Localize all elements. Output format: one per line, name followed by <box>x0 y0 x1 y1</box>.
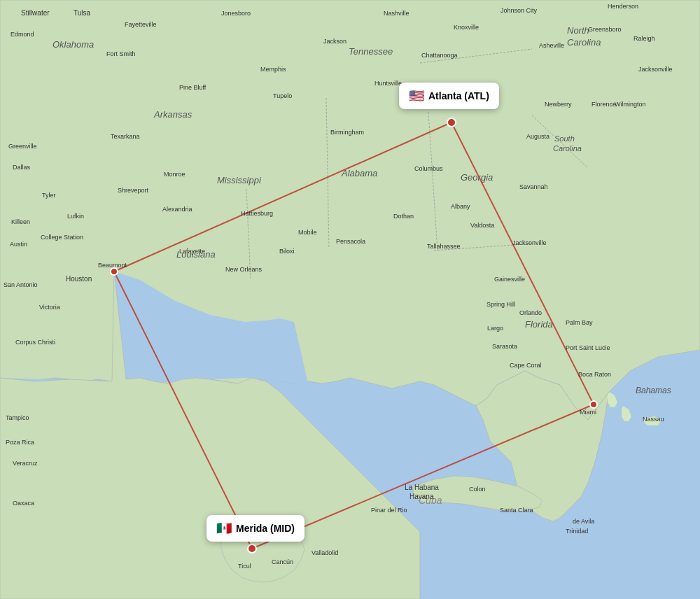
svg-text:Biloxi: Biloxi <box>279 248 295 255</box>
svg-text:Austin: Austin <box>10 241 27 248</box>
svg-text:Huntsville: Huntsville <box>374 80 402 87</box>
svg-text:Corpus Christi: Corpus Christi <box>15 339 55 346</box>
svg-text:Veracruz: Veracruz <box>13 460 38 467</box>
svg-text:Orlando: Orlando <box>519 309 542 316</box>
svg-text:Pensacola: Pensacola <box>336 238 365 245</box>
svg-text:Johnson City: Johnson City <box>500 7 538 14</box>
svg-text:Poza Rica: Poza Rica <box>6 439 34 446</box>
svg-text:Dothan: Dothan <box>393 213 414 220</box>
svg-text:Valladolid: Valladolid <box>312 549 338 556</box>
svg-text:Cancún: Cancún <box>272 558 293 565</box>
mx-flag-icon: 🇲🇽 <box>216 521 232 536</box>
svg-text:Tallahassee: Tallahassee <box>427 243 461 250</box>
svg-text:Jonesboro: Jonesboro <box>221 10 251 17</box>
svg-text:College Station: College Station <box>41 234 83 241</box>
svg-text:Columbus: Columbus <box>414 165 443 172</box>
svg-text:de Avila: de Avila <box>573 518 594 525</box>
svg-text:Tyler: Tyler <box>42 192 56 199</box>
svg-text:Spring Hill: Spring Hill <box>486 301 515 308</box>
svg-text:Oaxaca: Oaxaca <box>13 500 34 507</box>
svg-text:Arkansas: Arkansas <box>153 109 192 120</box>
svg-text:Pine Bluff: Pine Bluff <box>179 84 206 91</box>
svg-text:Tampico: Tampico <box>6 414 29 421</box>
svg-text:Beaumont: Beaumont <box>98 262 127 269</box>
atl-airport-name: Atlanta (ATL) <box>428 90 489 101</box>
svg-text:Valdosta: Valdosta <box>470 222 494 229</box>
svg-text:Nassau: Nassau <box>643 416 664 423</box>
svg-text:North: North <box>567 25 589 36</box>
svg-text:Fayetteville: Fayetteville <box>125 21 157 28</box>
svg-text:Mississippi: Mississippi <box>217 175 262 185</box>
svg-text:Stillwater: Stillwater <box>21 9 50 17</box>
svg-text:Largo: Largo <box>487 325 503 332</box>
svg-text:Raleigh: Raleigh <box>634 35 655 42</box>
svg-text:Knoxville: Knoxville <box>454 24 479 31</box>
svg-text:Albany: Albany <box>451 203 470 210</box>
svg-text:Ticul: Ticul <box>238 563 251 570</box>
svg-text:Boca Raton: Boca Raton <box>578 371 611 378</box>
svg-text:Mobile: Mobile <box>298 229 317 236</box>
svg-text:Tulsa: Tulsa <box>74 9 91 17</box>
svg-text:Shreveport: Shreveport <box>118 187 149 194</box>
svg-text:Nashville: Nashville <box>384 10 410 17</box>
svg-text:Gainesville: Gainesville <box>494 276 525 283</box>
svg-text:Asheville: Asheville <box>539 42 564 49</box>
svg-text:Houston: Houston <box>66 275 92 283</box>
svg-text:Miami: Miami <box>580 409 596 416</box>
svg-text:Cape Coral: Cape Coral <box>510 362 542 369</box>
svg-text:Carolina: Carolina <box>567 37 601 48</box>
svg-text:Greenville: Greenville <box>8 143 37 150</box>
svg-point-14 <box>248 544 256 553</box>
svg-text:Jackson: Jackson <box>323 38 346 45</box>
svg-text:Chattanooga: Chattanooga <box>421 52 458 59</box>
svg-text:Alexandria: Alexandria <box>162 206 192 213</box>
svg-text:Florida: Florida <box>525 319 553 330</box>
svg-text:Savannah: Savannah <box>519 183 548 190</box>
svg-text:Palm Bay: Palm Bay <box>566 319 593 326</box>
map-svg: Oklahoma Arkansas Tennessee North Caroli… <box>0 0 700 599</box>
svg-text:Edmond: Edmond <box>10 31 34 38</box>
svg-text:Sarasota: Sarasota <box>492 343 517 350</box>
svg-text:La Habana: La Habana <box>405 484 439 491</box>
svg-text:Trinidad: Trinidad <box>566 528 588 535</box>
svg-text:Colon: Colon <box>469 486 486 493</box>
svg-text:Wilmington: Wilmington <box>615 101 646 108</box>
svg-point-12 <box>111 268 118 275</box>
svg-text:Oklahoma: Oklahoma <box>52 39 94 50</box>
svg-text:Newberry: Newberry <box>545 101 572 108</box>
mid-airport-label[interactable]: 🇲🇽 Merida (MID) <box>206 515 304 542</box>
svg-text:Lafayette: Lafayette <box>179 248 205 255</box>
svg-text:Georgia: Georgia <box>461 172 493 183</box>
svg-text:New Orleans: New Orleans <box>225 266 262 273</box>
atl-airport-label[interactable]: 🇺🇸 Atlanta (ATL) <box>399 83 499 109</box>
svg-text:South: South <box>554 134 575 143</box>
svg-text:Havana: Havana <box>410 493 434 500</box>
map-container: Oklahoma Arkansas Tennessee North Caroli… <box>0 0 700 599</box>
mid-airport-name: Merida (MID) <box>236 523 295 534</box>
svg-text:Birmingham: Birmingham <box>330 129 364 136</box>
svg-text:Killeen: Killeen <box>11 218 30 225</box>
svg-text:Fort Smith: Fort Smith <box>106 50 136 57</box>
us-flag-icon: 🇺🇸 <box>409 88 424 104</box>
svg-text:Pinar del Rio: Pinar del Rio <box>371 507 407 514</box>
svg-text:Henderson: Henderson <box>608 3 638 10</box>
svg-text:Tennessee: Tennessee <box>349 46 393 57</box>
svg-text:Memphis: Memphis <box>260 66 286 73</box>
svg-text:Bahamas: Bahamas <box>636 386 671 395</box>
svg-text:San Antonio: San Antonio <box>4 281 38 288</box>
svg-point-11 <box>447 118 456 127</box>
svg-text:Jacksonville: Jacksonville <box>512 239 547 246</box>
svg-text:Greensboro: Greensboro <box>588 26 622 33</box>
svg-text:Victoria: Victoria <box>39 304 60 311</box>
svg-text:Hattiesburg: Hattiesburg <box>241 210 273 217</box>
svg-text:Augusta: Augusta <box>526 133 550 140</box>
svg-point-13 <box>590 401 597 408</box>
svg-text:Jacksonville: Jacksonville <box>638 66 673 73</box>
svg-text:Alabama: Alabama <box>341 168 377 178</box>
svg-text:Tupelo: Tupelo <box>273 92 292 99</box>
svg-text:Monroe: Monroe <box>164 171 186 178</box>
svg-text:Santa Clara: Santa Clara <box>500 507 533 514</box>
svg-text:Texarkana: Texarkana <box>111 133 140 140</box>
svg-text:Lufkin: Lufkin <box>67 213 84 220</box>
svg-text:Port Saint Lucie: Port Saint Lucie <box>566 344 610 351</box>
